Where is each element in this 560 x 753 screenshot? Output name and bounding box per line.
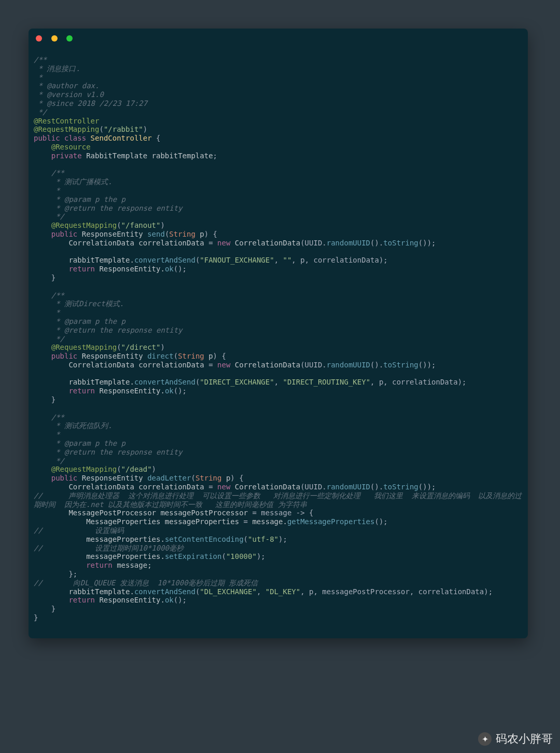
code-editor-window: /** * 消息接口. * * @author dax. * @version … [29, 29, 528, 638]
code-line: CorrelationData correlationData = new Co… [34, 239, 436, 247]
code-line: MessageProperties messageProperties = me… [34, 517, 388, 526]
code-line: * @param p the p [34, 195, 125, 203]
code-line: CorrelationData correlationData = new Co… [34, 483, 436, 491]
code-line: @RestController [34, 117, 99, 125]
close-icon[interactable] [36, 35, 42, 42]
code-line: /** [34, 291, 64, 299]
code-content: /** * 消息接口. * * @author dax. * @version … [29, 48, 528, 627]
code-line: public ResponseEntity send(String p) { [34, 230, 217, 238]
code-line: * @version v1.0 [34, 90, 104, 99]
code-line: return ResponseEntity.ok(); [34, 387, 187, 395]
code-line: messageProperties.setContentEncoding("ut… [34, 535, 287, 543]
code-line: * @return the response entity [34, 326, 183, 334]
code-line: // 设置过期时间10*1000毫秒 [34, 544, 184, 552]
maximize-icon[interactable] [66, 35, 73, 42]
code-line: * 测试广播模式. [34, 177, 112, 186]
code-line: public ResponseEntity direct(String p) { [34, 352, 226, 360]
code-line: /** [34, 169, 64, 177]
code-line: public class SendController { [34, 134, 160, 142]
code-line: * [34, 186, 60, 195]
code-line: */ [34, 212, 64, 221]
code-line: * 测试Direct模式. [34, 299, 124, 308]
code-line: messageProperties.setExpiration("10000")… [34, 552, 265, 560]
code-line: * @param p the p [34, 439, 125, 447]
code-line: @Resource [34, 143, 91, 151]
code-line: rabbitTemplate.convertAndSend("FANOUT_EX… [34, 256, 388, 264]
code-line: rabbitTemplate.convertAndSend("DIRECT_EX… [34, 378, 467, 386]
wechat-icon: ✦ [478, 732, 492, 746]
code-line: * @param p the p [34, 317, 125, 325]
window-titlebar [29, 29, 528, 48]
code-line: @RequestMapping("/rabbit") [34, 125, 147, 133]
code-line: } [34, 273, 55, 282]
code-line: @RequestMapping("/fanout") [34, 221, 165, 229]
code-line: // 声明消息处理器 这个对消息进行处理 可以设置一些参数 对消息进行一些定制化… [34, 491, 523, 509]
code-line: * @author dax. [34, 81, 99, 90]
code-line: // 设置编码 [34, 526, 124, 535]
code-line: */ [34, 335, 64, 343]
code-line: } [34, 605, 55, 613]
code-line: * [34, 73, 43, 81]
code-line: } [34, 395, 55, 404]
code-line: return ResponseEntity.ok(); [34, 596, 187, 604]
code-line: * 消息接口. [34, 64, 80, 73]
code-line: }; [34, 570, 77, 578]
code-line: * @since 2018 /2/23 17:27 [34, 99, 147, 107]
code-line: */ [34, 457, 64, 465]
code-line: * [34, 430, 60, 439]
code-line: rabbitTemplate.convertAndSend("DL_EXCHAN… [34, 587, 493, 596]
code-line: MessagePostProcessor messagePostProcesso… [34, 509, 313, 517]
code-line: CorrelationData correlationData = new Co… [34, 361, 436, 369]
code-line: * 测试死信队列. [34, 421, 112, 430]
code-line: @RequestMapping("/dead") [34, 465, 156, 473]
watermark: ✦ 码农小胖哥 [478, 731, 553, 747]
code-line: * @return the response entity [34, 448, 183, 456]
code-line: return message; [34, 561, 152, 569]
minimize-icon[interactable] [51, 35, 58, 42]
code-line: // 向DL_QUEUE 发送消息 10*1000毫秒后过期 形成死信 [34, 579, 258, 587]
code-line: */ [34, 108, 47, 116]
code-line: return ResponseEntity.ok(); [34, 265, 187, 273]
code-line: /** [34, 413, 64, 421]
code-line: @RequestMapping("/direct") [34, 343, 165, 351]
code-line: * [34, 308, 60, 317]
watermark-label: 码农小胖哥 [496, 731, 553, 747]
code-line: private RabbitTemplate rabbitTemplate; [34, 152, 217, 160]
code-line: } [34, 613, 38, 622]
code-line: public ResponseEntity deadLetter(String … [34, 474, 244, 482]
code-line: /** [34, 56, 47, 64]
code-line: * @return the response entity [34, 204, 183, 212]
